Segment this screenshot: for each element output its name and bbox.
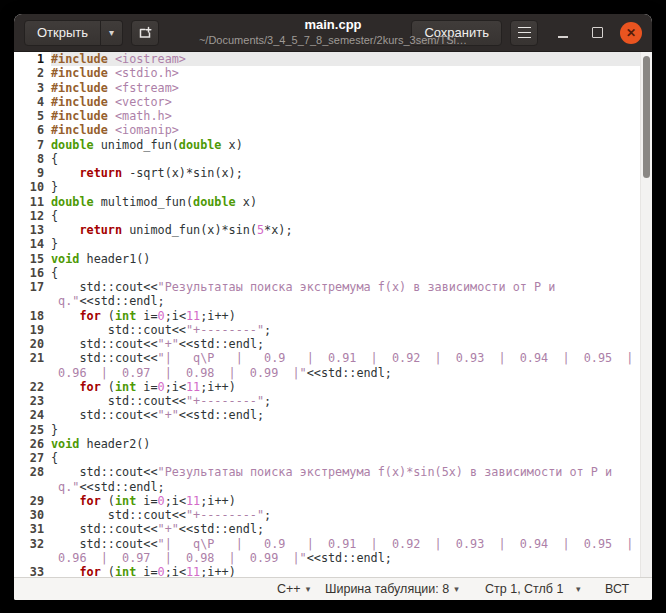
- code-line: 2#include <stdio.h>: [14, 66, 640, 80]
- maximize-icon: [592, 27, 603, 38]
- tab-width-label: Ширина табуляции: 8: [325, 582, 449, 596]
- minimize-icon: [558, 28, 568, 38]
- line-number: 2: [14, 66, 51, 80]
- line-number: 24: [14, 408, 51, 422]
- code-line-text: double unimod_fun(double x): [51, 138, 640, 152]
- code-area[interactable]: 1#include <iostream>2#include <stdio.h>3…: [14, 52, 640, 577]
- new-tab-icon: [137, 25, 153, 41]
- code-line: 0.96 | 0.97 | 0.98 | 0.99 |"<<std::endl;: [14, 551, 640, 565]
- code-line-text: return -sqrt(x)*sin(x);: [51, 166, 640, 180]
- line-number: 14: [14, 237, 51, 251]
- code-line-text: std::cout<<"+"<<std::endl;: [51, 337, 640, 351]
- maximize-button[interactable]: [588, 24, 606, 42]
- code-line: 10}: [14, 180, 640, 194]
- code-line-text: {: [51, 209, 640, 223]
- code-line-text: std::cout<<"Результатаы поиска экстремум…: [51, 280, 640, 294]
- code-line-text: std::cout<<"+"<<std::endl;: [51, 408, 640, 422]
- line-number: 4: [14, 95, 51, 109]
- insert-mode-indicator[interactable]: ВСТ: [605, 582, 629, 596]
- open-dropdown-button[interactable]: ▾: [101, 20, 123, 46]
- line-number: 21: [14, 351, 51, 365]
- window-title: main.cpp: [199, 18, 467, 33]
- code-line-text: {: [51, 451, 640, 465]
- line-number: 9: [14, 166, 51, 180]
- line-number: 29: [14, 494, 51, 508]
- line-number: 1: [14, 52, 51, 66]
- line-number: [14, 551, 51, 565]
- tab-width-selector[interactable]: Ширина табуляции: 8 ▾: [325, 582, 459, 596]
- code-line-text: #include <iomanip>: [51, 123, 640, 137]
- chevron-down-icon: ▾: [109, 28, 114, 38]
- line-number: 5: [14, 109, 51, 123]
- line-number: 17: [14, 280, 51, 294]
- code-line: 15void header1(): [14, 252, 640, 266]
- scrollbar-thumb[interactable]: [643, 56, 650, 178]
- line-number: 15: [14, 252, 51, 266]
- code-line-text: #include <iostream>: [51, 52, 640, 66]
- code-line: 14}: [14, 237, 640, 251]
- code-line-text: for (int i=0;i<11;i++): [51, 380, 640, 394]
- statusbar: C++ ▾ Ширина табуляции: 8 ▾ Стр 1, Стлб …: [14, 577, 652, 600]
- line-number: 22: [14, 380, 51, 394]
- line-number: [14, 294, 51, 308]
- line-number: 10: [14, 180, 51, 194]
- line-number: 12: [14, 209, 51, 223]
- cursor-position[interactable]: Стр 1, Стлб 1: [485, 582, 563, 596]
- line-number: 25: [14, 423, 51, 437]
- window-title-group: main.cpp ~/Documents/3_4_5_7_8_semester/…: [199, 18, 467, 47]
- code-line-text: std::cout<<"+--------";: [51, 323, 640, 337]
- open-split-button: Открыть ▾: [24, 20, 123, 46]
- code-line-text: std::cout<<"| q\P | 0.9 | 0.91 | 0.92 | …: [51, 537, 640, 551]
- code-line-text: 0.96 | 0.97 | 0.98 | 0.99 |"<<std::endl;: [51, 551, 640, 565]
- chevron-down-icon: ▾: [454, 584, 459, 594]
- code-line: 6#include <iomanip>: [14, 123, 640, 137]
- line-number: 27: [14, 451, 51, 465]
- code-line: 17 std::cout<<"Результатаы поиска экстре…: [14, 280, 640, 294]
- open-button[interactable]: Открыть: [24, 20, 101, 46]
- code-line-text: void header2(): [51, 437, 640, 451]
- line-number: 3: [14, 81, 51, 95]
- code-line: 4#include <vector>: [14, 95, 640, 109]
- line-number: 19: [14, 323, 51, 337]
- code-line: 25}: [14, 423, 640, 437]
- close-icon: ✕: [626, 27, 636, 39]
- code-line: q."<<std::endl;: [14, 294, 640, 308]
- code-editor[interactable]: 1#include <iostream>2#include <stdio.h>3…: [14, 52, 652, 577]
- line-number: 7: [14, 138, 51, 152]
- code-line: 22 for (int i=0;i<11;i++): [14, 380, 640, 394]
- line-number: 23: [14, 394, 51, 408]
- code-line: 27{: [14, 451, 640, 465]
- code-line-text: for (int i=0;i<11;i++): [51, 309, 640, 323]
- code-line-text: q."<<std::endl;: [51, 294, 640, 308]
- menu-button[interactable]: [510, 20, 538, 46]
- line-number: [14, 366, 51, 380]
- code-line-text: #include <math.h>: [51, 109, 640, 123]
- titlebar: Открыть ▾ main.cpp ~/Documents/3_4_5_7_8…: [14, 14, 652, 52]
- minimize-button[interactable]: [554, 24, 572, 42]
- code-line-text: {: [51, 152, 640, 166]
- cursor-position-dropdown-button[interactable]: ▾: [576, 584, 581, 594]
- new-document-button[interactable]: [131, 20, 159, 46]
- line-number: 31: [14, 522, 51, 536]
- code-line-text: }: [51, 180, 640, 194]
- code-line-text: std::cout<<"+--------";: [51, 394, 640, 408]
- code-line-text: for (int i=0;i<11;i++): [51, 494, 640, 508]
- desktop-background: Открыть ▾ main.cpp ~/Documents/3_4_5_7_8…: [0, 0, 666, 613]
- line-number: 20: [14, 337, 51, 351]
- code-line-text: std::cout<<"+--------";: [51, 508, 640, 522]
- line-number: 8: [14, 152, 51, 166]
- code-line: 29 for (int i=0;i<11;i++): [14, 494, 640, 508]
- close-button[interactable]: ✕: [620, 22, 642, 44]
- code-line-text: for (int i=0;i<11;i++): [51, 565, 640, 577]
- code-line: q."<<std::endl;: [14, 480, 640, 494]
- line-number: 11: [14, 195, 51, 209]
- code-line: 31 std::cout<<"+"<<std::endl;: [14, 522, 640, 536]
- language-selector[interactable]: C++ ▾: [277, 582, 310, 596]
- language-label: C++: [277, 582, 301, 596]
- chevron-down-icon: ▾: [576, 584, 581, 594]
- window-subtitle: ~/Documents/3_4_5_7_8_semester/2kurs_3se…: [199, 34, 467, 47]
- vertical-scrollbar[interactable]: [640, 52, 652, 577]
- line-number: 6: [14, 123, 51, 137]
- code-line: 21 std::cout<<"| q\P | 0.9 | 0.91 | 0.92…: [14, 351, 640, 365]
- line-number: 28: [14, 465, 51, 479]
